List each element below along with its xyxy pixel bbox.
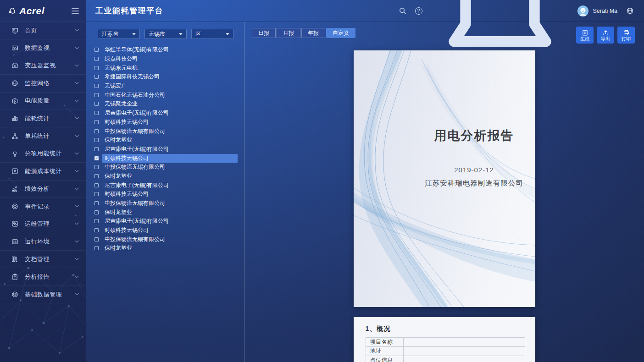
checkbox[interactable] bbox=[94, 237, 99, 241]
chevron-down-icon bbox=[75, 135, 79, 138]
action-button-label: 打印 bbox=[622, 37, 631, 41]
checkbox[interactable] bbox=[94, 156, 99, 160]
company-list-item[interactable]: 保时龙塑业 bbox=[94, 172, 238, 181]
company-list-item[interactable]: 时硕科技无锡公司 bbox=[94, 226, 238, 235]
company-list-item[interactable]: 时硕科技无锡公司 bbox=[94, 118, 238, 127]
checkbox[interactable] bbox=[94, 66, 99, 70]
menu-toggle-icon[interactable] bbox=[71, 6, 80, 16]
export-button[interactable]: 导出 bbox=[597, 27, 614, 44]
checkbox[interactable] bbox=[94, 174, 99, 178]
company-list-item[interactable]: 尼吉康电子(无锡)有限公司 bbox=[94, 181, 238, 190]
sidebar-item-3[interactable]: 监控网络 bbox=[0, 75, 86, 92]
sidebar-item-label: 监控网络 bbox=[25, 79, 75, 88]
city-select[interactable]: 无锡市 bbox=[144, 29, 187, 39]
checkbox[interactable] bbox=[94, 75, 99, 79]
company-list-item[interactable]: 尼吉康电子(无锡)有限公司 bbox=[94, 109, 238, 118]
checkbox[interactable] bbox=[94, 120, 99, 124]
company-list-item[interactable]: 时硕科技无锡公司 bbox=[94, 190, 238, 199]
company-list-item[interactable]: 保时龙塑业 bbox=[94, 244, 238, 253]
power-quality-icon bbox=[11, 97, 19, 105]
report-period-tab[interactable]: 日报 bbox=[252, 28, 276, 38]
sidebar-item-label: 能源成本统计 bbox=[25, 167, 75, 176]
company-list-item[interactable]: 希捷国际科技无锡公司 bbox=[94, 72, 238, 82]
checkbox[interactable] bbox=[94, 129, 99, 133]
company-list-item[interactable]: 时硕科技无锡公司 bbox=[94, 154, 238, 163]
sidebar-item-7[interactable]: 分项用能统计 bbox=[0, 145, 86, 163]
checkbox[interactable] bbox=[94, 165, 99, 169]
company-list-item[interactable]: 中投保物流无锡有限公司 bbox=[94, 126, 238, 136]
report-period-tab[interactable]: 月报 bbox=[277, 28, 300, 38]
checkbox[interactable] bbox=[94, 111, 99, 115]
sidebar-item-8[interactable]: 能源成本统计 bbox=[0, 163, 86, 180]
energy-consumption-icon bbox=[11, 115, 19, 122]
company-list-item[interactable]: 保时龙塑业 bbox=[94, 136, 238, 145]
checkbox[interactable] bbox=[94, 147, 99, 151]
checkbox[interactable] bbox=[94, 57, 99, 61]
logo-row: Acrel bbox=[0, 0, 86, 22]
sidebar-item-9[interactable]: 绩效分析 bbox=[0, 181, 86, 198]
analysis-report-icon bbox=[11, 273, 19, 281]
sidebar-item-14[interactable]: 分析报告 bbox=[0, 268, 86, 285]
checkbox[interactable] bbox=[94, 246, 99, 250]
company-name: 保时龙塑业 bbox=[102, 172, 238, 181]
province-select[interactable]: 江苏省 bbox=[98, 29, 140, 39]
generate-report-icon bbox=[582, 29, 588, 36]
chevron-down-icon bbox=[75, 152, 79, 155]
company-list-item[interactable]: 华虹半导体(无锡)有限公司 bbox=[94, 45, 238, 55]
company-list-item[interactable]: 无锡聚龙企业 bbox=[94, 99, 238, 109]
company-list-item[interactable]: 无锡东元电机 bbox=[94, 63, 238, 72]
sidebar-item-11[interactable]: 运维管理 bbox=[0, 215, 86, 233]
sidebar-item-5[interactable]: 能耗统计 bbox=[0, 110, 86, 127]
acrel-logo-icon bbox=[8, 6, 17, 15]
company-list-item[interactable]: 中国石化无锡石油分公司 bbox=[94, 90, 238, 99]
sidebar-item-2[interactable]: 变压器监视 bbox=[0, 57, 86, 75]
sidebar-item-12[interactable]: 运行环境 bbox=[0, 233, 86, 251]
report-period-tab[interactable]: 年报 bbox=[301, 28, 325, 38]
company-list-item[interactable]: 中投保物流无锡有限公司 bbox=[94, 199, 238, 208]
checkbox[interactable] bbox=[94, 48, 99, 52]
user-name[interactable]: Serati Ma bbox=[593, 8, 618, 14]
sidebar-item-6[interactable]: 单耗统计 bbox=[0, 127, 86, 145]
company-name: 希捷国际科技无锡公司 bbox=[102, 72, 238, 81]
checkbox[interactable] bbox=[94, 219, 99, 223]
checkbox[interactable] bbox=[94, 183, 99, 187]
sidebar-item-1[interactable]: 数据监视 bbox=[0, 39, 86, 57]
generate-report-button[interactable]: 生成 bbox=[576, 27, 594, 44]
company-name: 无锡聚龙企业 bbox=[102, 99, 238, 108]
company-name: 尼吉康电子(无锡)有限公司 bbox=[102, 181, 238, 190]
checkbox[interactable] bbox=[94, 192, 99, 196]
district-select[interactable]: 区 bbox=[191, 29, 233, 39]
company-list-item[interactable]: 保时龙塑业 bbox=[94, 208, 238, 217]
company-list-item[interactable]: 绿点科技公司 bbox=[94, 55, 238, 64]
report-action-buttons: 生成 导出 打印 bbox=[576, 27, 635, 44]
company-list-item[interactable]: 尼吉康电子(无锡)有限公司 bbox=[94, 145, 238, 154]
company-name: 无锡宏广 bbox=[102, 82, 238, 90]
company-list-item[interactable]: 中投保物流无锡有限公司 bbox=[94, 163, 238, 172]
company-list-item[interactable]: 中投保物流无锡有限公司 bbox=[94, 235, 238, 244]
avatar[interactable] bbox=[577, 5, 588, 16]
search-icon[interactable] bbox=[399, 7, 406, 15]
checkbox[interactable] bbox=[94, 210, 99, 214]
overview-table-row: 项目名称 bbox=[366, 338, 525, 347]
sidebar-item-4[interactable]: 电能质量 bbox=[0, 93, 86, 110]
checkbox[interactable] bbox=[94, 138, 99, 142]
sidebar-item-label: 变压器监视 bbox=[25, 61, 75, 70]
sidebar-item-10[interactable]: 事件记录 bbox=[0, 198, 86, 215]
company-list-item[interactable]: 尼吉康电子(无锡)有限公司 bbox=[94, 217, 238, 226]
sidebar-item-0[interactable]: 首页 bbox=[0, 22, 86, 39]
checkbox[interactable] bbox=[94, 201, 99, 205]
company-list-item[interactable]: 无锡宏广 bbox=[94, 82, 238, 91]
sidebar-item-15[interactable]: 基础数据管理 bbox=[0, 286, 86, 303]
help-icon[interactable] bbox=[415, 7, 422, 15]
caret-down-icon bbox=[226, 33, 229, 35]
print-button[interactable]: 打印 bbox=[617, 27, 635, 44]
checkbox[interactable] bbox=[94, 228, 99, 232]
overview-row-value bbox=[403, 338, 525, 347]
checkbox[interactable] bbox=[94, 102, 99, 106]
language-globe-icon[interactable] bbox=[626, 7, 634, 15]
report-title: 用电分析报告 bbox=[417, 127, 532, 144]
report-period-tab[interactable]: 自定义 bbox=[326, 28, 355, 38]
sidebar-item-13[interactable]: 文档管理 bbox=[0, 251, 86, 268]
checkbox[interactable] bbox=[94, 84, 99, 88]
checkbox[interactable] bbox=[94, 93, 99, 97]
